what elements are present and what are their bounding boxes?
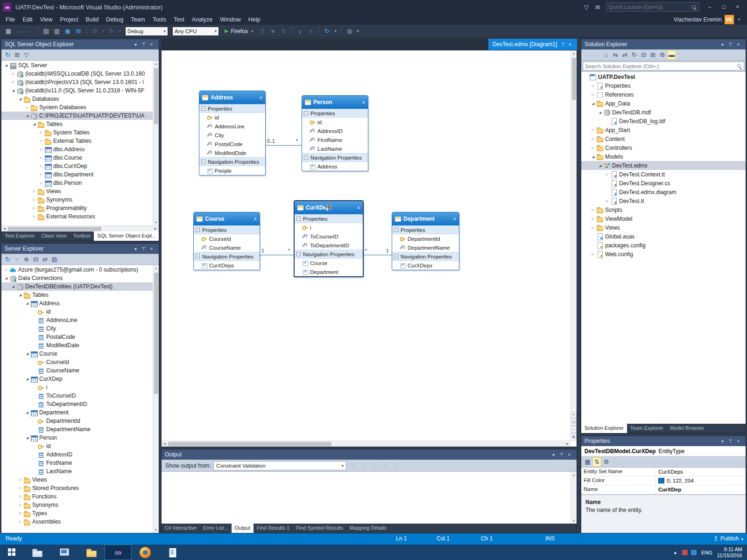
chevron-down-icon[interactable]: ▾ — [737, 15, 741, 24]
tree-item[interactable]: ▷References — [581, 90, 746, 99]
scrollbar-thumb[interactable] — [154, 68, 158, 124]
expand-icon[interactable]: ▷ — [590, 84, 596, 88]
entity-section-header[interactable]: −Navigation Properties — [194, 252, 260, 261]
tree-item[interactable]: ▷(localdb)\MSSQLLocalDB (SQL Server 13.0… — [1, 70, 159, 78]
collapse-section-icon[interactable]: − — [196, 254, 200, 259]
scrollbar-thumb[interactable] — [154, 273, 158, 394]
collapse-section-icon[interactable]: − — [394, 228, 398, 232]
refresh-icon[interactable]: ↻ — [630, 50, 639, 60]
menu-test[interactable]: Test — [170, 15, 188, 24]
entity-section-header[interactable]: −Properties — [295, 214, 363, 223]
connect-db-icon[interactable]: ⊕ — [22, 255, 31, 264]
tree-item[interactable]: ▷(localdb)\ProjectsV13 (SQL Server 13.0.… — [1, 78, 159, 86]
collapse-icon[interactable]: ◢ — [24, 377, 30, 381]
zoom-in-button[interactable]: + — [571, 411, 577, 418]
feedback-icon[interactable]: ✉ — [593, 2, 602, 12]
solution-platforms-dropdown[interactable]: Any CPU — [172, 27, 219, 36]
show-all-icon[interactable]: ⊞ — [648, 50, 657, 60]
panel-header[interactable]: SQL Server Object Explorer ▾⊤× — [1, 39, 159, 49]
solution-configurations-dropdown[interactable]: Debug — [125, 27, 168, 36]
tree-item[interactable]: AddressID — [1, 450, 159, 459]
open-file-icon[interactable]: ▥ — [52, 27, 62, 36]
collapse-section-icon[interactable]: − — [296, 252, 301, 256]
entity-member[interactable]: ToCourseID — [295, 232, 363, 241]
collapse-icon[interactable]: ◢ — [24, 411, 30, 414]
entity-address[interactable]: Address∧−PropertiesidAddressLineCityPost… — [199, 91, 266, 175]
entity-section-header[interactable]: −Properties — [194, 225, 260, 234]
scroll-down-icon[interactable]: ▼ — [153, 527, 159, 533]
tree-item[interactable]: i — [1, 383, 159, 392]
entity-member[interactable]: CurXDeps — [194, 261, 260, 270]
tree-item[interactable]: LastName — [1, 467, 159, 476]
tree-item[interactable]: ▷External Tables — [1, 137, 159, 145]
taskbar-folder[interactable] — [78, 545, 105, 560]
toolbar-grid-icon[interactable]: ▦ — [4, 27, 13, 36]
tree-item[interactable]: ▷ViewModel — [581, 214, 746, 223]
tree-item[interactable]: DevTest.edmx.diagram — [581, 188, 746, 196]
panel-header[interactable]: Output ▾⊤× — [162, 449, 577, 460]
collapse-icon[interactable]: ◢ — [17, 293, 23, 297]
pan-button[interactable]: ⊕ — [571, 433, 577, 441]
collapse-icon[interactable]: ◢ — [17, 97, 23, 101]
collapse-icon[interactable]: ◢ — [3, 276, 9, 280]
collapse-entity-icon[interactable]: ∧ — [254, 217, 257, 221]
collapse-entity-icon[interactable]: ∧ — [453, 217, 456, 221]
home-icon[interactable]: ⌂ — [602, 50, 611, 60]
navigate-forward-icon[interactable]: → — [25, 27, 35, 36]
canvas-vertical-scrollbar[interactable]: ▲ — [571, 50, 577, 409]
entity-member[interactable]: DepartmentName — [392, 243, 459, 252]
expand-icon[interactable]: ▷ — [38, 173, 44, 176]
entity-section-header[interactable]: −Properties — [392, 225, 459, 234]
close-icon[interactable]: × — [565, 450, 573, 459]
start-debugging-button[interactable]: ▶ Firefox — [222, 27, 256, 36]
expand-icon[interactable]: ▷ — [31, 189, 37, 193]
panel-tab[interactable]: Find Results 1 — [254, 524, 293, 533]
tree-item[interactable]: ▷dbo.CurXDep — [1, 162, 159, 170]
sync-icon[interactable]: ⇄ — [620, 50, 629, 60]
tree-item[interactable]: UATP.DevTest — [581, 72, 746, 81]
tree-item[interactable]: ▷DevTest.tt — [581, 196, 746, 205]
panel-tab[interactable]: Model Browser — [667, 424, 707, 433]
close-icon[interactable]: × — [734, 437, 742, 445]
horizontal-scrollbar[interactable]: ◀ ▶ — [1, 225, 159, 231]
prev-icon[interactable]: ↥ — [359, 461, 369, 470]
panel-tab[interactable]: Mapping Details — [346, 524, 390, 533]
entity-member[interactable]: i — [295, 223, 363, 232]
entity-member[interactable]: LastName — [302, 144, 368, 153]
save-all-icon[interactable]: ⊞ — [74, 27, 83, 36]
tree-item[interactable]: ◢SQL Server — [1, 61, 159, 70]
tree-item[interactable]: ◢(localdb)\v11.0 (SQL Server 11.0.2318 -… — [1, 86, 159, 95]
tree-item[interactable]: ▷App_Start — [581, 126, 746, 134]
entity-member[interactable]: AddressID — [302, 126, 368, 135]
entity-member[interactable]: CurXDeps — [392, 261, 459, 270]
navigate-forward-icon[interactable]: → — [592, 50, 601, 60]
expand-icon[interactable]: ▷ — [17, 478, 23, 482]
tree-item[interactable]: AddressLine — [1, 316, 159, 324]
menu-team[interactable]: Team — [127, 15, 149, 24]
collapse-section-icon[interactable]: − — [304, 111, 308, 115]
tree-item[interactable]: ▷Views — [1, 476, 159, 484]
tree-item[interactable]: DevTestDB_log.ldf — [581, 117, 746, 126]
association-line[interactable] — [260, 255, 294, 255]
tree-item[interactable]: CourseId — [1, 358, 159, 366]
entity-section-header[interactable]: −Properties — [199, 104, 265, 113]
switch-views-icon[interactable]: ⇆ — [611, 50, 620, 60]
tree-item[interactable]: DepartmentId — [1, 417, 159, 425]
selected-object-row[interactable]: DevTestDBModel.CurXDep EntityType — [581, 446, 746, 456]
taskbar-clock[interactable]: 9:11 AM 11/15/2016 — [717, 546, 742, 559]
tree-item[interactable]: ◢Address — [1, 299, 159, 308]
expand-icon[interactable]: ▷ — [31, 215, 37, 218]
scroll-down-icon[interactable]: ▼ — [571, 518, 577, 524]
tree-item[interactable]: ◢Tables — [1, 120, 159, 128]
zoom-out-button[interactable]: − — [571, 426, 577, 433]
scroll-down-icon[interactable]: ▼ — [153, 219, 159, 225]
add-sql-server-icon[interactable]: ⊞ — [13, 50, 21, 60]
alphabetical-icon[interactable]: ⇅ — [592, 457, 601, 467]
expand-icon[interactable]: ▷ — [38, 164, 44, 168]
entity-department[interactable]: Department∧−PropertiesDepartmentIdDepart… — [392, 212, 459, 270]
collapse-section-icon[interactable]: − — [394, 254, 398, 259]
wrap-icon[interactable]: ¶ — [390, 461, 400, 470]
expand-icon[interactable]: ▷ — [38, 131, 44, 134]
taskbar-document-app[interactable] — [159, 545, 186, 560]
tree-item[interactable]: ◢DevTest.edmx — [581, 161, 746, 170]
